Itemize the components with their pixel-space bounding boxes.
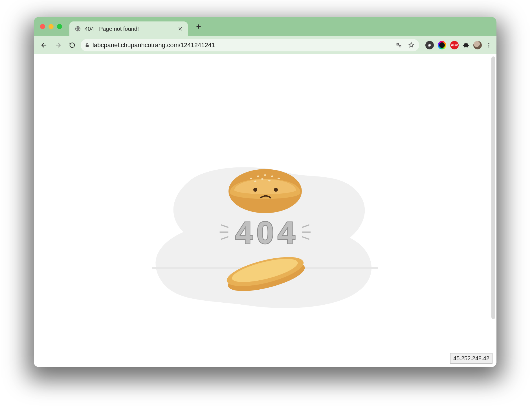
tab-title: 404 - Page not found! xyxy=(85,26,174,32)
lock-icon xyxy=(85,43,90,48)
scrollbar[interactable] xyxy=(491,56,495,319)
extension-colorwheel-icon[interactable] xyxy=(438,41,446,49)
page-content: 4 0 4 45.252.248.42 xyxy=(34,54,496,367)
svg-point-3 xyxy=(488,47,489,48)
minimize-window-button[interactable] xyxy=(49,24,54,29)
extension-abp-icon[interactable]: ABP xyxy=(450,41,459,49)
new-tab-button[interactable] xyxy=(193,21,204,32)
address-bar[interactable]: labcpanel.chupanhcotrang.com/1241241241 xyxy=(81,39,419,51)
window-controls xyxy=(40,24,62,29)
background-blob xyxy=(141,156,389,320)
browser-tab[interactable]: 404 - Page not found! xyxy=(69,21,188,36)
extensions-icon[interactable] xyxy=(463,42,469,49)
forward-button[interactable] xyxy=(52,40,64,51)
globe-icon xyxy=(74,25,81,32)
star-icon[interactable] xyxy=(407,41,415,49)
close-tab-button[interactable] xyxy=(177,25,184,32)
svg-rect-4 xyxy=(152,267,378,269)
toolbar-actions: iP ABP xyxy=(425,41,492,49)
tab-strip: 404 - Page not found! xyxy=(34,17,496,36)
browser-toolbar: labcpanel.chupanhcotrang.com/1241241241 xyxy=(34,36,496,54)
url-text: labcpanel.chupanhcotrang.com/1241241241 xyxy=(93,42,392,49)
close-window-button[interactable] xyxy=(40,24,45,29)
svg-point-2 xyxy=(488,45,489,46)
svg-point-1 xyxy=(488,43,489,44)
back-button[interactable] xyxy=(38,40,50,51)
ip-overlay: 45.252.248.42 xyxy=(450,353,493,364)
extension-ip-icon[interactable]: iP xyxy=(425,41,434,49)
reload-button[interactable] xyxy=(67,40,78,51)
menu-icon[interactable] xyxy=(486,42,492,48)
browser-window: 404 - Page not found! xyxy=(34,17,496,367)
translate-icon[interactable] xyxy=(395,41,403,49)
profile-avatar[interactable] xyxy=(473,41,482,49)
fullscreen-window-button[interactable] xyxy=(57,24,62,29)
